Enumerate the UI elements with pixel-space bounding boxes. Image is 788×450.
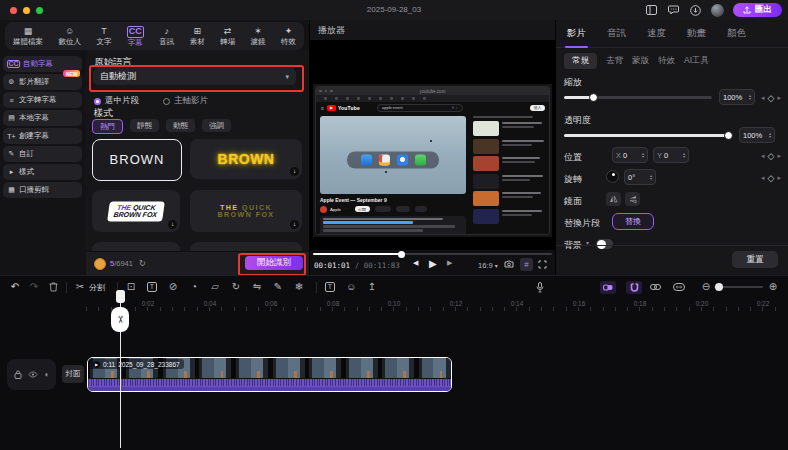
playhead-handle[interactable] (116, 290, 125, 303)
style-card-yellow-caps[interactable]: THE QUICKBROWN FOX ↓ (190, 190, 302, 232)
split-label[interactable]: 分割 (89, 282, 105, 293)
sidebar-item-styles[interactable]: ▸樣式 (3, 164, 82, 180)
download-style-icon[interactable]: ↓ (168, 220, 177, 229)
sidebar-item-local-subtitle[interactable]: ▤本地字幕 (3, 110, 82, 126)
sidebar-item-custom[interactable]: ✎自訂 (3, 146, 82, 162)
style-card-plain[interactable]: BROWN (92, 139, 182, 181)
export-button[interactable]: 匯出 (733, 3, 782, 17)
style-tab-hot[interactable]: 熱門 (92, 119, 123, 134)
position-keyframe-control[interactable]: ◂◇▸ (761, 151, 781, 161)
tab-video[interactable]: 影片 (567, 27, 586, 40)
user-avatar[interactable] (711, 4, 724, 17)
refresh-icon[interactable]: ↻ (139, 259, 146, 268)
stepper-icon[interactable]: ▴▾ (683, 152, 685, 159)
nav-effects[interactable]: ✦特效 (281, 27, 296, 46)
cover-button[interactable]: 封面 (62, 365, 84, 383)
download-style-icon[interactable]: ↓ (290, 167, 299, 176)
beautify-icon[interactable]: ✎ (271, 282, 285, 292)
background-toggle[interactable] (596, 239, 613, 249)
sidebar-item-text-to-subtitle[interactable]: ≡文字轉字幕 (3, 92, 82, 108)
rotate-keyframe-control[interactable]: ◂◇▸ (761, 173, 781, 183)
style-card-sticker[interactable]: THE QUICKBROWN FOX ↓ (92, 190, 180, 232)
fit-timeline-icon[interactable] (672, 283, 686, 291)
delete-subtitle-icon[interactable]: ⊘ (166, 282, 180, 292)
next-frame-icon[interactable]: ▶ (447, 259, 452, 267)
add-text-icon[interactable]: T (145, 282, 159, 292)
rotate-icon[interactable]: ↻ (229, 282, 243, 292)
rotate-dial[interactable] (606, 170, 619, 183)
subtab-ai-tools[interactable]: AI工具 (684, 55, 709, 67)
download-style-icon[interactable]: ↓ (290, 220, 299, 229)
scrubber-knob[interactable] (398, 251, 405, 258)
stabilize-icon[interactable]: ❄ (292, 282, 306, 292)
language-dropdown[interactable]: 自動檢測 ▾ (93, 68, 296, 85)
freeze-frame-icon[interactable]: ⊡ (124, 282, 138, 292)
crop-icon[interactable]: ▱ (208, 282, 222, 292)
nav-subtitles[interactable]: CC字幕 (127, 26, 144, 47)
stepper-icon[interactable]: ▴▾ (769, 132, 771, 139)
nav-assets[interactable]: ⊞素材 (190, 27, 205, 46)
redo-icon[interactable]: ↷ (27, 282, 41, 292)
start-recognition-button[interactable]: 開始識別 (245, 256, 303, 270)
nav-filters[interactable]: ✶濾鏡 (251, 27, 266, 46)
download-icon[interactable] (689, 4, 702, 17)
hide-track-eye-icon[interactable] (28, 371, 38, 378)
rotate-value-box[interactable]: 0° ▴▾ (624, 169, 656, 185)
replace-button[interactable]: 替換 (612, 213, 654, 230)
zoom-out-icon[interactable]: ⊖ (699, 282, 713, 292)
scale-slider[interactable] (564, 96, 712, 99)
nav-transitions[interactable]: ⇄轉場 (220, 27, 235, 46)
reset-button[interactable]: 重置 (732, 251, 778, 268)
grid-overlay-icon[interactable]: # (520, 258, 533, 271)
scale-keyframe-control[interactable]: ◂◇▸ (761, 93, 781, 103)
radio-main-track[interactable]: 主軸影片 (163, 95, 208, 107)
subtab-remove-bg[interactable]: 去背 (606, 55, 623, 67)
radio-selected-clip[interactable]: 選中片段 (94, 95, 139, 107)
tab-audio[interactable]: 音訊 (607, 27, 626, 40)
playhead-scissors-icon[interactable]: ✂ (111, 307, 129, 332)
stepper-icon[interactable]: ▴▾ (642, 152, 644, 159)
tab-animation[interactable]: 動畫 (687, 27, 706, 40)
position-x-box[interactable]: X0 ▴▾ (612, 147, 648, 163)
tab-speed[interactable]: 速度 (647, 27, 666, 40)
magnet-snap-icon[interactable] (626, 281, 642, 294)
flip-vertical-icon[interactable] (625, 192, 640, 206)
stepper-icon[interactable]: ▴▾ (749, 94, 751, 101)
subtab-effects[interactable]: 特效 (658, 55, 675, 67)
opacity-value-box[interactable]: 100% ▴▾ (739, 127, 775, 143)
style-tab-static[interactable]: 靜態 (130, 119, 159, 132)
subtab-mask[interactable]: 蒙版 (632, 55, 649, 67)
fullscreen-icon[interactable] (538, 260, 547, 269)
delete-icon[interactable] (46, 282, 60, 292)
linkage-toggle-icon[interactable] (600, 281, 616, 294)
style-card-glow[interactable]: BROWN ↓ (190, 139, 302, 179)
opacity-slider[interactable] (564, 134, 732, 137)
style-tab-dynamic[interactable]: 動態 (166, 119, 195, 132)
text-template-icon[interactable]: T (323, 282, 337, 292)
timeline-zoom-knob[interactable] (715, 283, 723, 291)
scale-slider-knob[interactable] (589, 93, 598, 102)
player-viewport[interactable]: youtube.com ≡ ▶ YouTube apple event✕ ⌕ (310, 40, 555, 250)
layout-panels-icon[interactable] (645, 4, 658, 17)
nav-media[interactable]: ▦媒體檔案 (13, 27, 43, 46)
mute-track-icon[interactable]: ◐ (45, 370, 50, 379)
undo-icon[interactable]: ↶ (8, 282, 22, 292)
nav-digital-human[interactable]: ☺數位人 (58, 27, 81, 46)
style-tab-emphasis[interactable]: 強調 (202, 119, 231, 132)
nav-text[interactable]: T文字 (96, 27, 111, 46)
sidebar-item-video-translate[interactable]: ⊚影片翻譯NEW (3, 74, 82, 90)
snapshot-camera-icon[interactable] (504, 260, 514, 268)
split-scissors-icon[interactable]: ✂ (73, 282, 87, 292)
opacity-slider-knob[interactable] (724, 131, 733, 140)
video-clip[interactable]: ▶ 0:11 2025_09_28_233867 (87, 357, 452, 392)
record-mic-icon[interactable] (533, 282, 547, 293)
subtab-basic[interactable]: 常規 (564, 53, 597, 69)
cutout-person-icon[interactable]: ☺ (344, 282, 358, 292)
position-y-box[interactable]: Y0 ▴▾ (653, 147, 689, 163)
flip-horizontal-icon[interactable] (606, 192, 621, 206)
lock-track-icon[interactable] (14, 370, 22, 379)
extract-clip-icon[interactable]: ↥ (365, 282, 379, 292)
sidebar-item-speech-clip[interactable]: ▦口播剪輯 (3, 182, 82, 198)
feedback-chat-icon[interactable] (667, 4, 680, 17)
play-icon[interactable]: ▶ (429, 258, 437, 269)
